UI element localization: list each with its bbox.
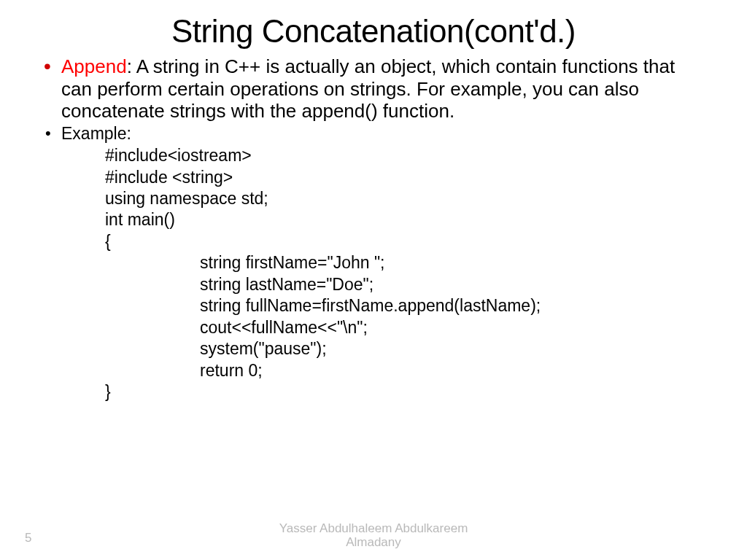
- code-line: }: [105, 381, 703, 402]
- bullet-append: Append: A string in C++ is actually an o…: [61, 55, 703, 122]
- code-line: return 0;: [105, 360, 703, 381]
- code-line: string lastName="Doe";: [105, 274, 703, 295]
- code-line: cout<<fullName<<"\n";: [105, 317, 703, 338]
- page-number: 5: [25, 531, 31, 545]
- bullet-append-text: : A string in C++ is actually an object,…: [61, 55, 675, 122]
- author-line-2: Almadany: [0, 535, 747, 550]
- author-line-1: Yasser Abdulhaleem Abdulkareem: [0, 521, 747, 536]
- footer-author: Yasser Abdulhaleem Abdulkareem Almadany: [0, 521, 747, 550]
- code-line: using namespace std;: [105, 188, 703, 209]
- slide: String Concatenation(cont'd.) Append: A …: [0, 0, 747, 560]
- bullet-list: Append: A string in C++ is actually an o…: [44, 55, 703, 144]
- code-line: string firstName="John ";: [105, 252, 703, 273]
- code-line: #include<iostream>: [105, 145, 703, 166]
- code-line: string fullName=firstName.append(lastNam…: [105, 295, 703, 316]
- code-line: {: [105, 231, 703, 252]
- code-line: int main(): [105, 209, 703, 230]
- code-line: system("pause");: [105, 338, 703, 359]
- code-line: #include <string>: [105, 167, 703, 188]
- code-block: #include<iostream> #include <string> usi…: [44, 145, 703, 402]
- slide-title: String Concatenation(cont'd.): [44, 13, 703, 50]
- bullet-example: Example:: [61, 124, 703, 144]
- keyword-append: Append: [61, 55, 127, 77]
